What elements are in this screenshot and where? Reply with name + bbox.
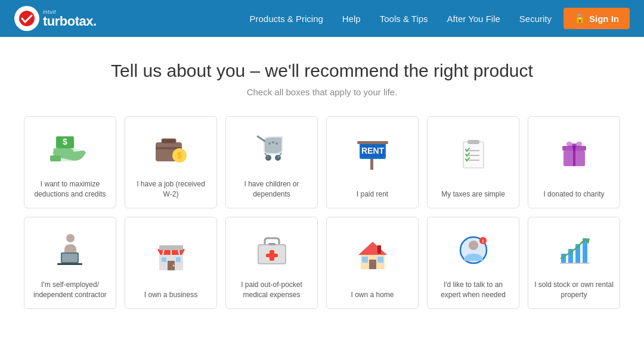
- svg-rect-37: [57, 263, 82, 265]
- sign-in-label: Sign In: [589, 14, 619, 24]
- storefront-icon: [131, 224, 210, 285]
- main-content: Tell us about you – we'll recommend the …: [0, 37, 644, 340]
- gift-box-icon: [534, 124, 614, 185]
- cards-grid: $ I want to maximize deductions and cred…: [24, 116, 620, 309]
- baby-stroller-icon: [232, 124, 311, 174]
- svg-rect-22: [357, 141, 388, 144]
- svg-rect-50: [377, 245, 381, 254]
- site-header: intuit turbotax. Products & Pricing Help…: [0, 0, 644, 37]
- page-subtitle: Check all boxes that apply to your life.: [247, 87, 398, 97]
- card-paid-rent-label: I paid rent: [357, 189, 388, 199]
- svg-rect-42: [176, 257, 181, 262]
- house-icon: [333, 224, 412, 285]
- card-children-dependents-label: I have children or dependents: [232, 179, 311, 199]
- nav-security[interactable]: Security: [519, 14, 552, 24]
- card-medical-expenses[interactable]: I paid out-of-pocket medical expenses: [225, 217, 318, 309]
- briefcase-dollar-icon: $: [131, 124, 210, 174]
- expert-person-icon: !: [434, 224, 513, 275]
- lock-icon: 🔒: [574, 13, 586, 24]
- bar-chart-up-icon: [534, 224, 614, 275]
- card-children-dependents[interactable]: I have children or dependents: [225, 116, 318, 208]
- svg-text:RENT: RENT: [361, 146, 384, 155]
- person-laptop-icon: [30, 224, 110, 275]
- nav-after-you-file[interactable]: After You File: [447, 14, 500, 24]
- svg-point-16: [272, 141, 274, 144]
- card-talk-expert[interactable]: ! I'd like to talk to an expert when nee…: [427, 217, 519, 309]
- svg-rect-25: [467, 140, 479, 144]
- rent-sign-icon: RENT: [333, 124, 412, 185]
- card-sold-stock[interactable]: I sold stock or own rental property: [528, 217, 620, 309]
- card-paid-rent[interactable]: RENT I paid rent: [326, 116, 419, 208]
- card-own-business-label: I own a business: [144, 290, 197, 300]
- card-self-employed-label: I'm self-employed/ independent contracto…: [30, 280, 110, 300]
- svg-rect-6: [162, 139, 176, 144]
- svg-rect-53: [362, 257, 368, 263]
- nav-products-pricing[interactable]: Products & Pricing: [249, 14, 323, 24]
- card-donated-charity[interactable]: I donated to charity: [528, 116, 620, 208]
- svg-text:$: $: [177, 151, 182, 160]
- svg-text:!: !: [482, 238, 484, 244]
- svg-rect-41: [162, 257, 166, 262]
- svg-rect-18: [370, 158, 373, 170]
- card-donated-charity-label: I donated to charity: [543, 189, 604, 199]
- svg-point-40: [172, 265, 174, 267]
- page-title: Tell us about you – we'll recommend the …: [111, 61, 533, 81]
- svg-marker-49: [358, 242, 387, 255]
- intuit-label: intuit: [43, 10, 97, 15]
- svg-point-15: [268, 142, 271, 145]
- card-self-employed[interactable]: I'm self-employed/ independent contracto…: [24, 217, 116, 309]
- nav-tools-tips[interactable]: Tools & Tips: [380, 14, 428, 24]
- card-have-job[interactable]: $ I have a job (received W-2): [125, 116, 217, 208]
- card-medical-expenses-label: I paid out-of-pocket medical expenses: [232, 280, 311, 300]
- card-own-home[interactable]: I own a home: [326, 217, 419, 309]
- main-nav: Products & Pricing Help Tools & Tips Aft…: [249, 14, 552, 24]
- svg-rect-31: [573, 146, 575, 151]
- svg-rect-54: [377, 257, 383, 263]
- svg-point-34: [66, 234, 75, 242]
- svg-rect-47: [266, 254, 278, 257]
- clipboard-checklist-icon: [434, 124, 513, 185]
- logo-checkmark: [14, 6, 39, 31]
- svg-rect-4: [50, 155, 61, 161]
- logo-text: intuit turbotax.: [43, 10, 97, 28]
- card-own-business[interactable]: I own a business: [125, 217, 217, 309]
- medical-kit-icon: [232, 224, 311, 275]
- svg-rect-36: [62, 254, 78, 262]
- card-simple-taxes[interactable]: My taxes are simple: [427, 116, 519, 208]
- nav-help[interactable]: Help: [342, 14, 361, 24]
- card-have-job-label: I have a job (received W-2): [131, 179, 210, 199]
- svg-point-17: [275, 142, 278, 145]
- svg-point-57: [469, 241, 478, 250]
- sign-in-button[interactable]: 🔒 Sign In: [564, 8, 630, 29]
- svg-rect-48: [268, 243, 275, 245]
- card-sold-stock-label: I sold stock or own rental property: [534, 280, 614, 300]
- card-maximize-deductions-label: I want to maximize deductions and credit…: [30, 179, 110, 199]
- svg-rect-43: [159, 245, 183, 250]
- svg-text:$: $: [63, 137, 67, 146]
- svg-line-10: [258, 136, 265, 141]
- card-simple-taxes-label: My taxes are simple: [441, 189, 505, 199]
- card-talk-expert-label: I'd like to talk to an expert when neede…: [434, 280, 513, 300]
- card-maximize-deductions[interactable]: $ I want to maximize deductions and cred…: [24, 116, 116, 208]
- turbotax-label: turbotax.: [43, 15, 97, 28]
- money-hand-icon: $: [30, 124, 110, 174]
- card-own-home-label: I own a home: [351, 290, 394, 300]
- logo[interactable]: intuit turbotax.: [14, 6, 97, 31]
- svg-rect-52: [369, 260, 376, 269]
- svg-rect-33: [573, 151, 575, 166]
